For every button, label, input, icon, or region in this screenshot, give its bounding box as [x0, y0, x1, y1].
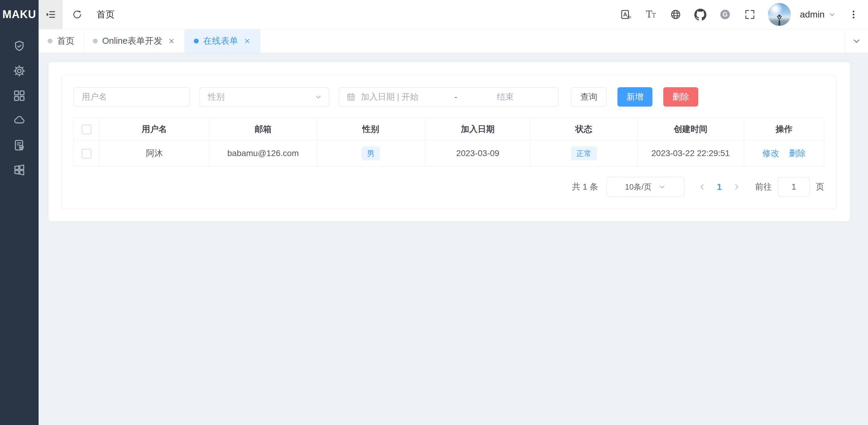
gender-badge: 男: [362, 146, 380, 160]
tab-label: 首页: [57, 35, 74, 47]
date-start-placeholder: 加入日期 | 开始: [361, 91, 452, 103]
col-header-create-time: 创建时间: [638, 118, 744, 140]
shield-check-icon: [13, 39, 26, 53]
add-button[interactable]: 新增: [617, 87, 652, 107]
col-header-gender: 性别: [316, 118, 425, 140]
cell-username: 阿沐: [99, 140, 210, 167]
page-unit-label: 页: [816, 181, 824, 193]
svg-text:T: T: [646, 9, 652, 20]
join-date-range-picker[interactable]: 加入日期 | 开始 - 结束: [339, 87, 558, 107]
sidebar-item-cloud[interactable]: [0, 108, 39, 133]
tab-online-form-dev[interactable]: Online表单开发: [84, 29, 185, 53]
filter-form: 性别 加入日期 | 开始 - 结束 查询: [73, 87, 824, 107]
sidebar-item-modules[interactable]: [0, 158, 39, 182]
goto-page-input[interactable]: [778, 177, 810, 197]
chevron-down-icon: [852, 36, 861, 46]
grid-icon: [13, 89, 26, 102]
tab-dot-icon: [48, 39, 53, 44]
chevron-down-icon: [658, 183, 666, 191]
sidebar: MAKU: [0, 0, 39, 425]
language-button[interactable]: [669, 8, 682, 21]
gender-select[interactable]: 性别: [199, 87, 329, 107]
gitee-button[interactable]: G: [718, 8, 732, 21]
pagination-goto: 前往 页: [755, 177, 824, 197]
pagination-total: 共 1 条: [572, 181, 598, 193]
fullscreen-icon: [744, 8, 756, 21]
row-checkbox[interactable]: [82, 149, 91, 159]
topbar: 首页 A 中 T T: [39, 0, 868, 29]
sidebar-item-online-form[interactable]: [0, 133, 39, 158]
username-input[interactable]: [73, 87, 190, 107]
fullscreen-button[interactable]: [743, 8, 756, 21]
svg-text:T: T: [652, 12, 656, 19]
select-all-checkbox[interactable]: [82, 125, 91, 134]
tab-dot-icon: [93, 39, 98, 44]
breadcrumb: 首页: [96, 8, 115, 21]
github-button[interactable]: [694, 8, 707, 21]
sidebar-item-settings[interactable]: [0, 59, 39, 83]
tabbar: 首页 Online表单开发 在线表单: [39, 29, 868, 53]
tab-home[interactable]: 首页: [39, 29, 84, 53]
page-size-select[interactable]: 10条/页: [607, 177, 684, 197]
tab-online-form[interactable]: 在线表单: [185, 29, 260, 53]
col-header-username: 用户名: [99, 118, 210, 140]
close-icon[interactable]: [167, 37, 176, 45]
tab-label: 在线表单: [203, 35, 238, 47]
goto-label: 前往: [755, 181, 772, 193]
globe-icon: [670, 8, 682, 21]
font-size-icon: T T: [645, 8, 657, 21]
row-edit-link[interactable]: 修改: [763, 148, 779, 158]
delete-button[interactable]: 删除: [663, 87, 698, 107]
table-header-row: 用户名 邮箱 性别 加入日期 状态 创建时间 操作: [74, 118, 824, 140]
layout-panes-icon: [13, 163, 26, 177]
status-badge: 正常: [571, 146, 597, 160]
col-header-actions: 操作: [744, 118, 824, 140]
page-number-1[interactable]: 1: [717, 182, 722, 192]
username-label: admin: [800, 9, 825, 20]
svg-text:中: 中: [627, 15, 632, 20]
menu-fold-icon: [44, 8, 57, 21]
more-menu-button[interactable]: [847, 8, 860, 21]
sidebar-item-auth[interactable]: [0, 34, 39, 59]
translate-icon: A 中: [620, 8, 632, 21]
table-row: 阿沐 babamu@126.com 男 2023-03-09 正常 2023-0…: [74, 140, 824, 167]
date-end-placeholder: 结束: [460, 91, 551, 103]
refresh-button[interactable]: [70, 8, 84, 21]
col-header-email: 邮箱: [210, 118, 316, 140]
person-silhouette-icon: [772, 11, 787, 26]
form-document-icon: [13, 139, 26, 152]
tab-label: Online表单开发: [102, 35, 162, 47]
cell-create-time: 2023-03-22 22:29:51: [638, 140, 744, 167]
topbar-actions: A 中 T T: [620, 3, 868, 26]
row-delete-link[interactable]: 删除: [789, 148, 806, 158]
tabs-dropdown-button[interactable]: [845, 29, 868, 53]
avatar[interactable]: [768, 3, 791, 26]
prev-page-button[interactable]: [698, 182, 707, 191]
col-header-status: 状态: [531, 118, 638, 140]
app-logo[interactable]: MAKU: [0, 0, 39, 29]
app-root: MAKU: [0, 0, 868, 425]
sidebar-nav: [0, 29, 39, 182]
collapse-menu-button[interactable]: [39, 0, 63, 29]
search-button[interactable]: 查询: [571, 87, 607, 107]
main-content: 性别 加入日期 | 开始 - 结束 查询: [39, 53, 868, 425]
query-card: 性别 加入日期 | 开始 - 结束 查询: [61, 75, 837, 209]
chevron-down-icon: [828, 10, 836, 19]
page-size-value: 10条/页: [625, 182, 652, 192]
github-icon: [694, 8, 706, 21]
kebab-menu-icon: [848, 9, 859, 20]
refresh-icon: [72, 9, 82, 20]
next-page-button[interactable]: [732, 182, 741, 191]
font-size-button[interactable]: T T: [644, 8, 657, 21]
chevron-down-icon: [314, 93, 322, 101]
gear-icon: [13, 64, 26, 78]
svg-text:G: G: [723, 10, 728, 18]
tab-dot-icon: [194, 39, 199, 44]
date-range-separator: -: [452, 92, 460, 102]
gitee-icon: G: [719, 8, 731, 21]
cell-join-date: 2023-03-09: [425, 140, 531, 167]
sidebar-item-apps[interactable]: [0, 83, 39, 108]
translate-button[interactable]: A 中: [620, 8, 633, 21]
close-icon[interactable]: [243, 37, 251, 45]
user-menu[interactable]: admin: [800, 9, 836, 20]
